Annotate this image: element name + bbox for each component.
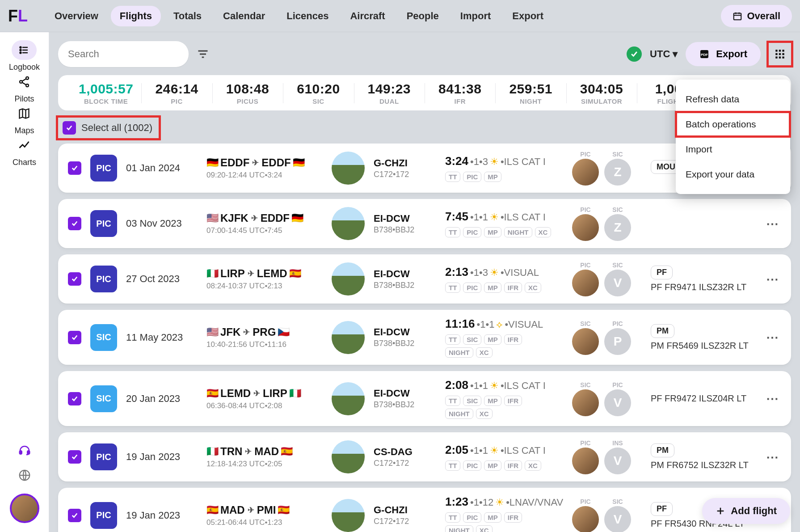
time-badge: NIGHT [445, 347, 473, 358]
flight-row[interactable]: SIC20 Jan 2023🇪🇸LEMD✈LIRP🇮🇹06:36-08:44 U… [58, 371, 791, 426]
flight-row[interactable]: SIC11 May 2023🇺🇸JFK✈PRG🇨🇿10:40-21:56 UTC… [58, 310, 791, 365]
menu-item-refresh-data[interactable]: Refresh data [676, 87, 790, 112]
topnav-aircraft[interactable]: Aircraft [341, 6, 394, 26]
flight-row[interactable]: PIC19 Jan 2023🇮🇹TRN✈MAD🇪🇸12:18-14:23 UTC… [58, 432, 791, 481]
sidebar-item-charts[interactable]: Charts [9, 135, 40, 167]
aircraft: EI-DCWB738•BBJ2 [374, 213, 436, 235]
toolbar: UTC ▾ PDF Export [58, 41, 791, 67]
row-more-button[interactable]: ⋯ [763, 448, 781, 466]
crew-pic: PICV [604, 381, 631, 416]
menu-item-batch-operations[interactable]: Batch operations [676, 112, 790, 137]
time-badge: IFR [504, 283, 522, 293]
row-checkbox[interactable] [68, 392, 81, 405]
svg-rect-7 [19, 451, 21, 454]
globe-icon[interactable] [18, 469, 31, 482]
timezone-select[interactable]: UTC ▾ [650, 48, 678, 60]
stat-dual: 149:23DUAL [354, 80, 425, 107]
filter-button[interactable] [194, 45, 212, 63]
aircraft: G-CHZIC172•172 [374, 504, 436, 526]
svg-rect-17 [782, 53, 784, 55]
time-badge: XC [535, 227, 552, 237]
aircraft-thumb [332, 321, 365, 354]
stat-ifr: 841:38IFR [425, 80, 495, 107]
topnav-overview[interactable]: Overview [46, 6, 107, 26]
sidebar-label: Charts [13, 158, 36, 167]
stat-label: NIGHT [495, 97, 566, 105]
sidebar-label: Pilots [14, 94, 34, 104]
crew: PICSICZ [561, 206, 642, 241]
sidebar-item-logbook[interactable]: Logbook [9, 40, 40, 72]
route: 🇪🇸MAD✈PMI🇪🇸05:21-06:44 UTC•1:23 [206, 504, 323, 527]
route: 🇮🇹TRN✈MAD🇪🇸12:18-14:23 UTC•2:05 [206, 445, 323, 469]
plane-icon: ✈ [253, 388, 260, 398]
time-badge: NIGHT [445, 409, 473, 419]
row-checkbox[interactable] [68, 272, 81, 286]
top-nav: OverviewFlightsTotalsCalendarLicencesAir… [46, 6, 552, 26]
aircraft-thumb [332, 152, 365, 185]
svg-rect-20 [782, 56, 784, 58]
user-avatar[interactable] [10, 494, 39, 523]
aircraft-thumb [332, 382, 365, 415]
notes-col: PMPM FR5469 ILSZ32R LT [651, 324, 754, 351]
crew-pic: PIC [572, 498, 599, 532]
topnav-licences[interactable]: Licences [278, 6, 337, 26]
time-badge: XC [525, 460, 541, 471]
export-button[interactable]: PDF Export [686, 42, 761, 66]
notes-col: PMPM FR6752 ILSZ32R LT [651, 443, 754, 470]
menu-item-import[interactable]: Import [676, 137, 790, 162]
menu-item-export-your-data[interactable]: Export your data [676, 162, 790, 187]
stat-simulator: 304:05SIMULATOR [566, 80, 637, 107]
row-checkbox[interactable] [68, 217, 81, 230]
select-all-checkbox[interactable]: Select all (1002) [58, 118, 159, 138]
overall-label: Overall [747, 10, 780, 22]
flight-time: 2:08•1•1☀•ILS CAT ITTSICMPIFRNIGHTXC [445, 378, 552, 419]
flight-date: 27 Oct 2023 [126, 273, 198, 285]
aircraft: EI-DCWB738•BBJ2 [374, 268, 436, 290]
aircraft-thumb [332, 262, 365, 296]
topnav-flights[interactable]: Flights [111, 6, 161, 26]
crew-sic: SICV [604, 498, 631, 532]
row-checkbox[interactable] [68, 331, 81, 344]
topnav-totals[interactable]: Totals [164, 6, 211, 26]
stat-value: 841:38 [425, 81, 495, 97]
flight-time: 2:05•1•1☀•ILS CAT ITTPICMPIFRXC [445, 443, 552, 471]
crew: SICPICV [561, 381, 642, 416]
flight-time: 3:24•1•3☀•ILS CAT ITTPICMP [445, 154, 552, 182]
topnav-import[interactable]: Import [451, 6, 500, 26]
stat-pic: 246:14PIC [141, 80, 212, 107]
more-menu-button[interactable] [769, 43, 791, 65]
svg-rect-8 [27, 451, 29, 454]
stat-label: PIC [141, 97, 212, 105]
share-icon [12, 72, 37, 92]
overall-button[interactable]: Overall [721, 5, 792, 27]
app-logo: FL [8, 7, 28, 25]
time-badge: MP [484, 396, 501, 406]
add-flight-button[interactable]: Add flight [702, 498, 790, 524]
time-badge: TT [445, 334, 460, 345]
row-more-button[interactable]: ⋯ [763, 270, 781, 288]
row-checkbox[interactable] [68, 161, 81, 175]
row-checkbox[interactable] [68, 509, 81, 522]
logo-l: L [18, 7, 28, 25]
row-more-button[interactable]: ⋯ [763, 390, 781, 408]
topnav-people[interactable]: People [398, 6, 448, 26]
time-badge: TT [445, 396, 460, 406]
stat-value: 1,005:57 [71, 81, 141, 97]
flight-row[interactable]: PIC19 Jan 2023🇪🇸MAD✈PMI🇪🇸05:21-06:44 UTC… [58, 488, 791, 532]
row-more-button[interactable]: ⋯ [763, 215, 781, 232]
headset-icon[interactable] [18, 443, 31, 457]
time-badge: XC [476, 409, 493, 419]
row-more-button[interactable]: ⋯ [763, 329, 781, 346]
crew-pic: PIC [572, 262, 599, 296]
sidebar-item-maps[interactable]: Maps [9, 104, 40, 135]
topnav-export[interactable]: Export [503, 6, 552, 26]
flight-row[interactable]: PIC27 Oct 2023🇮🇹LIRP✈LEMD🇪🇸08:24-10:37 U… [58, 254, 791, 304]
sidebar-item-pilots[interactable]: Pilots [9, 72, 40, 104]
row-checkbox[interactable] [68, 450, 81, 464]
time-badge: IFR [504, 334, 522, 345]
time-badge: NIGHT [504, 227, 532, 237]
flight-row[interactable]: PIC03 Nov 2023🇺🇸KJFK✈EDDF🇩🇪07:00-14:45 U… [58, 199, 791, 248]
search-input[interactable] [58, 41, 189, 67]
pdf-icon: PDF [699, 49, 710, 59]
topnav-calendar[interactable]: Calendar [214, 6, 274, 26]
